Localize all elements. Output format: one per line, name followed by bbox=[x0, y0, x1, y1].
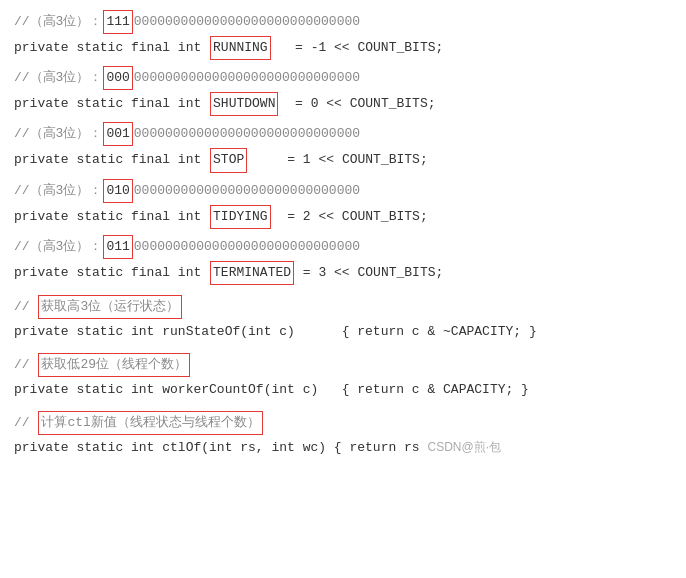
code-shutdown: private static final int SHUTDOWN = 0 <<… bbox=[14, 92, 672, 116]
comment-running-bits: //（高3位）：11100000000000000000000000000000 bbox=[14, 10, 672, 34]
bits-tidying: 010 bbox=[103, 179, 132, 203]
keyword-running: RUNNING bbox=[210, 36, 271, 60]
watermark-text: CSDN@煎·包 bbox=[427, 437, 501, 457]
comment-prefix-6: // bbox=[14, 296, 37, 318]
keyword-tidying: TIDYING bbox=[210, 205, 271, 229]
comment-prefix-4: //（高3位）： bbox=[14, 180, 102, 202]
comment-stop-bits: //（高3位）：00100000000000000000000000000000 bbox=[14, 122, 672, 146]
code-prefix-running: private static final int bbox=[14, 37, 209, 59]
code-prefix-shutdown: private static final int bbox=[14, 93, 209, 115]
code-tidying: private static final int TIDYING = 2 << … bbox=[14, 205, 672, 229]
comment-shutdown-bits: //（高3位）：00000000000000000000000000000000 bbox=[14, 66, 672, 90]
comment-terminated-bits: //（高3位）：01100000000000000000000000000000 bbox=[14, 235, 672, 259]
comment-prefix-2: //（高3位）： bbox=[14, 67, 102, 89]
comment-runstate-label: // 获取高3位（运行状态） bbox=[14, 295, 672, 319]
bits-stop: 001 bbox=[103, 122, 132, 146]
code-suffix-shutdown: = 0 << COUNT_BITS; bbox=[279, 93, 435, 115]
code-terminated: private static final int TERMINATED = 3 … bbox=[14, 261, 672, 285]
comment-prefix-5: //（高3位）： bbox=[14, 236, 102, 258]
bits-shutdown: 000 bbox=[103, 66, 132, 90]
code-suffix-terminated: = 3 << COUNT_BITS; bbox=[295, 262, 443, 284]
code-workercount-text: private static int workerCountOf(int c) … bbox=[14, 379, 529, 401]
code-suffix-tidying: = 2 << COUNT_BITS; bbox=[272, 206, 428, 228]
bits-terminated-zeros: 00000000000000000000000000000 bbox=[134, 236, 360, 258]
comment-prefix-8: // bbox=[14, 412, 37, 434]
code-block: //（高3位）：11100000000000000000000000000000… bbox=[14, 10, 672, 460]
bits-running: 111 bbox=[103, 10, 132, 34]
code-ctlof: private static int ctlOf(int rs, int wc)… bbox=[14, 437, 672, 459]
code-ctlof-text: private static int ctlOf(int rs, int wc)… bbox=[14, 437, 427, 459]
bits-stop-zeros: 00000000000000000000000000000 bbox=[134, 123, 360, 145]
code-stop: private static final int STOP = 1 << COU… bbox=[14, 148, 672, 172]
code-runstate-text: private static int runStateOf(int c) { r… bbox=[14, 321, 537, 343]
keyword-shutdown: SHUTDOWN bbox=[210, 92, 278, 116]
bits-running-zeros: 00000000000000000000000000000 bbox=[134, 11, 360, 33]
keyword-stop: STOP bbox=[210, 148, 247, 172]
comment-prefix-3: //（高3位）： bbox=[14, 123, 102, 145]
comment-prefix-1: //（高3位）： bbox=[14, 11, 102, 33]
bits-shutdown-zeros: 00000000000000000000000000000 bbox=[134, 67, 360, 89]
code-prefix-tidying: private static final int bbox=[14, 206, 209, 228]
code-running: private static final int RUNNING = -1 <<… bbox=[14, 36, 672, 60]
code-runstate: private static int runStateOf(int c) { r… bbox=[14, 321, 672, 343]
comment-prefix-7: // bbox=[14, 354, 37, 376]
code-prefix-stop: private static final int bbox=[14, 149, 209, 171]
comment-tidying-bits: //（高3位）：01000000000000000000000000000000 bbox=[14, 179, 672, 203]
bits-tidying-zeros: 00000000000000000000000000000 bbox=[134, 180, 360, 202]
keyword-terminated: TERMINATED bbox=[210, 261, 294, 285]
code-suffix-stop: = 1 << COUNT_BITS; bbox=[248, 149, 427, 171]
bits-terminated: 011 bbox=[103, 235, 132, 259]
comment-workercount-label: // 获取低29位（线程个数） bbox=[14, 353, 672, 377]
comment-runstate: 获取高3位（运行状态） bbox=[38, 295, 182, 319]
code-workercount: private static int workerCountOf(int c) … bbox=[14, 379, 672, 401]
comment-ctlof-label: // 计算ctl新值（线程状态与线程个数） bbox=[14, 411, 672, 435]
code-suffix-running: = -1 << COUNT_BITS; bbox=[272, 37, 444, 59]
comment-ctlof: 计算ctl新值（线程状态与线程个数） bbox=[38, 411, 262, 435]
comment-workercount: 获取低29位（线程个数） bbox=[38, 353, 190, 377]
code-prefix-terminated: private static final int bbox=[14, 262, 209, 284]
